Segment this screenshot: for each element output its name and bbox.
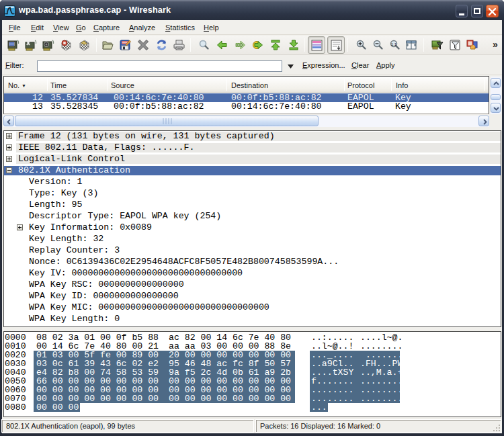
svg-text:1:1: 1:1: [391, 42, 397, 46]
